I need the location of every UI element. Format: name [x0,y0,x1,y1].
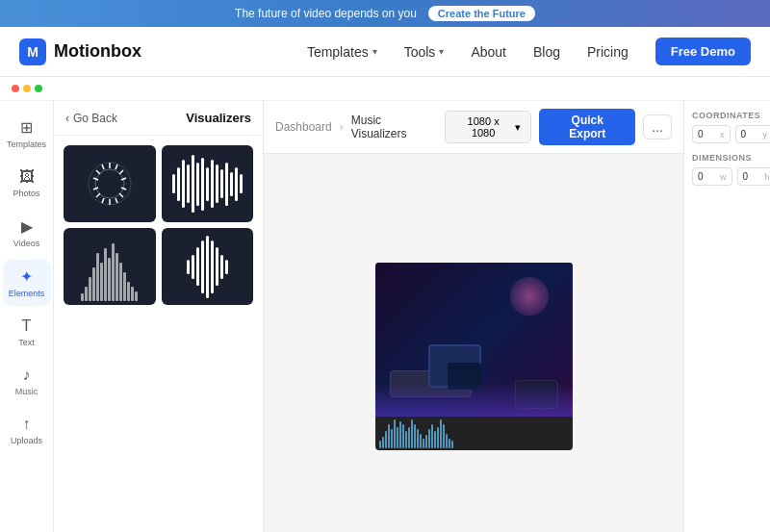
bar-waveform-icon [165,147,250,220]
coordinates-label: COORDINATES [692,111,762,120]
photos-icon: 🖼 [19,168,35,186]
announcement-bar: The future of video depends on you Creat… [0,0,770,27]
svg-line-14 [96,170,100,174]
music-icon: ♪ [23,367,31,384]
sidebar-item-videos[interactable]: ▶ Videos [3,210,51,256]
nav-links: Templates ▾ Tools ▾ About Blog Pricing F… [307,38,751,65]
templates-icon: ⊞ [20,118,33,137]
maximize-button[interactable] [35,85,42,92]
logo-text: Motionbox [54,41,141,62]
panel-title: Visualizers [186,111,251,125]
free-demo-button[interactable]: Free Demo [655,38,751,65]
svg-line-12 [93,188,98,190]
sidebar-item-uploads[interactable]: ↑ Uploads [3,408,51,453]
minimize-button[interactable] [23,85,31,92]
logo-icon: M [19,38,46,65]
center-bars-icon [183,232,232,302]
w-unit: w [720,172,727,182]
uploads-icon: ↑ [23,416,31,433]
sidebar-item-elements[interactable]: ✦ Elements [3,260,51,306]
videos-icon: ▶ [21,217,33,236]
sidebar-item-templates[interactable]: ⊞ Templates [3,111,51,157]
svg-line-3 [116,165,117,169]
svg-line-6 [121,188,126,190]
waveform-overlay [375,417,573,450]
x-coordinate-field[interactable]: x [692,125,731,143]
elements-icon: ✦ [20,267,33,286]
visualizer-item-bars[interactable] [162,145,254,222]
visualizer-item-dots[interactable] [64,228,156,305]
elements-panel: ‹ Go Back Visualizers [54,101,264,532]
dimensions-row: w h [692,167,762,186]
more-options-button[interactable]: ... [643,114,672,139]
resolution-button[interactable]: 1080 x 1080 ▾ [445,111,531,143]
visualizers-grid [54,136,263,315]
back-button[interactable]: ‹ Go Back [65,112,117,125]
visualizer-item-center-bars[interactable] [162,228,254,305]
y-input[interactable] [741,129,760,139]
canvas-toolbar: Dashboard › Music Visualizers 1080 x 108… [264,101,683,154]
h-dimension-field[interactable]: h [737,167,771,186]
svg-line-8 [116,198,117,203]
breadcrumb-dashboard[interactable]: Dashboard [275,120,332,134]
sidebar-item-text[interactable]: T Text [3,310,51,355]
dot-waveform-icon [64,243,156,301]
svg-line-7 [119,193,123,197]
create-future-button[interactable]: Create the Future [428,6,535,21]
nav-about[interactable]: About [471,44,506,60]
nav-blog[interactable]: Blog [533,44,560,60]
right-panel: COORDINATES x y DIMENSIONS w h [683,101,770,532]
sidebar-item-music[interactable]: ♪ Music [3,359,51,404]
dimensions-label: DIMENSIONS [692,153,762,163]
svg-line-11 [96,193,100,197]
y-unit: y [763,130,768,139]
canvas-workspace[interactable]: 🔊 [264,154,683,532]
w-dimension-field[interactable]: w [692,167,732,186]
svg-line-10 [102,198,104,203]
retro-scene [375,263,573,417]
preview-image [375,263,573,417]
canvas-area: Dashboard › Music Visualizers 1080 x 108… [264,101,683,532]
panel-header: ‹ Go Back Visualizers [54,101,263,136]
back-arrow-icon: ‹ [65,112,69,125]
announcement-text: The future of video depends on you [235,7,417,20]
left-sidebar: ⊞ Templates 🖼 Photos ▶ Videos ✦ Elements… [0,101,54,532]
nav-tools[interactable]: Tools ▾ [404,44,445,60]
quick-export-button[interactable]: Quick Export [539,109,635,145]
logo-area: M Motionbox [19,38,141,65]
h-unit: h [765,172,770,182]
chevron-down-icon: ▾ [515,121,521,134]
chevron-down-icon: ▾ [372,46,377,57]
w-input[interactable] [698,171,717,182]
y-coordinate-field[interactable]: y [735,125,771,143]
svg-line-4 [119,170,123,174]
text-icon: T [22,317,32,335]
svg-line-15 [102,165,104,169]
window-controls [0,77,54,100]
breadcrumb-separator: › [340,120,344,134]
nav-templates[interactable]: Templates ▾ [307,44,377,60]
circle-waveform-icon [81,155,139,213]
svg-line-13 [93,178,98,180]
x-input[interactable] [698,129,717,139]
visualizer-item-circle[interactable] [64,145,156,222]
canvas-preview: 🔊 [375,263,573,450]
main-area: ⊞ Templates 🖼 Photos ▶ Videos ✦ Elements… [0,101,770,532]
nav-pricing[interactable]: Pricing [587,44,629,60]
top-nav: M Motionbox Templates ▾ Tools ▾ About Bl… [0,27,770,77]
coordinates-row: x y [692,125,762,143]
breadcrumb-current: Music Visualizers [351,114,437,140]
h-input[interactable] [743,171,762,182]
x-unit: x [720,130,725,139]
close-button[interactable] [12,85,19,92]
chevron-down-icon: ▾ [439,46,444,57]
sidebar-item-photos[interactable]: 🖼 Photos [3,161,51,206]
svg-line-5 [121,178,126,180]
